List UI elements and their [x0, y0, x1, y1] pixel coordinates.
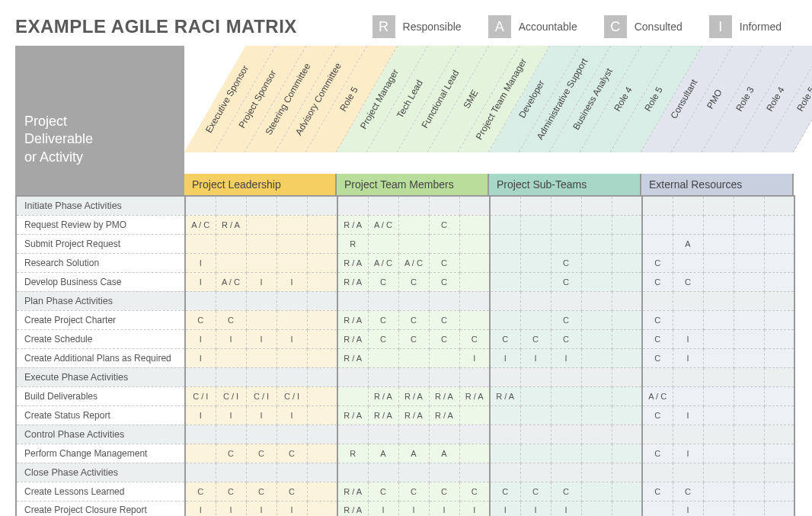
raci-cell — [490, 291, 520, 310]
raci-cell — [703, 234, 734, 253]
raci-cell: R / A — [337, 348, 368, 367]
raci-cell — [703, 367, 734, 386]
activity-row: Create Project CharterCCR / ACCCCC — [16, 310, 794, 329]
raci-cell: R / A — [368, 405, 398, 425]
role-group: DeveloperAdministrative SupportBusiness … — [519, 46, 672, 174]
raci-cell — [246, 348, 277, 367]
raci-cell — [459, 234, 490, 253]
raci-cell: I — [368, 501, 398, 516]
raci-cell — [277, 291, 307, 310]
raci-cell — [764, 386, 794, 405]
raci-cell — [581, 310, 612, 329]
row-label: Create Additional Plans as Required — [16, 348, 185, 367]
raci-cell — [216, 234, 246, 253]
raci-cell: C — [429, 272, 459, 291]
raci-cell — [764, 310, 794, 329]
raci-cell — [520, 405, 551, 425]
raci-cell — [642, 234, 673, 253]
raci-cell — [277, 348, 307, 367]
raci-cell — [734, 348, 764, 367]
group-title: Project Team Members — [337, 174, 489, 195]
raci-cell — [734, 215, 764, 234]
raci-cell: I — [216, 405, 246, 425]
raci-cell — [581, 405, 612, 425]
raci-cell — [764, 196, 794, 215]
raci-cell — [490, 272, 520, 291]
raci-cell: C — [398, 329, 429, 348]
raci-cell: C / I — [246, 386, 277, 405]
raci-cell — [612, 405, 642, 425]
raci-cell: R / A — [337, 253, 368, 272]
raci-cell — [703, 310, 734, 329]
raci-cell — [368, 291, 398, 310]
legend-letter: I — [709, 15, 732, 38]
row-label: Plan Phase Activities — [16, 291, 185, 310]
raci-cell: C — [429, 310, 459, 329]
row-header-label: ProjectDeliverableor Activity — [15, 46, 184, 174]
raci-cell — [581, 253, 612, 272]
raci-cell — [612, 196, 642, 215]
activity-row: Build DeliverablesC / IC / IC / IC / IR … — [16, 386, 794, 405]
group-title-row: Project LeadershipProject Team MembersPr… — [15, 174, 797, 195]
raci-cell: C — [185, 482, 216, 501]
raci-cell — [368, 196, 398, 215]
raci-cell — [520, 367, 551, 386]
raci-cell — [490, 215, 520, 234]
raci-cell: I — [246, 405, 277, 425]
raci-cell: C — [642, 253, 673, 272]
raci-cell — [551, 425, 581, 444]
legend: RResponsibleAAccountableCConsultedIInfor… — [372, 15, 797, 38]
raci-cell — [703, 463, 734, 482]
raci-cell — [459, 405, 490, 425]
raci-cell: I — [216, 501, 246, 516]
row-label: Execute Phase Activities — [16, 367, 185, 386]
raci-cell — [520, 253, 551, 272]
raci-cell: C — [368, 482, 398, 501]
raci-cell — [612, 444, 642, 463]
raci-cell — [246, 196, 277, 215]
raci-cell — [429, 367, 459, 386]
raci-cell: A / C — [216, 272, 246, 291]
raci-cell — [459, 444, 490, 463]
raci-cell — [459, 253, 490, 272]
activity-row: Create Lessons LearnedCCCCR / ACCCCCCCCC — [16, 482, 794, 501]
phase-row: Close Phase Activities — [16, 463, 794, 482]
row-label: Create Project Charter — [16, 310, 185, 329]
raci-cell — [307, 348, 337, 367]
raci-cell — [612, 501, 642, 516]
raci-cell — [185, 367, 216, 386]
raci-cell — [277, 215, 307, 234]
raci-cell — [398, 215, 429, 234]
raci-cell — [337, 425, 368, 444]
raci-cell — [764, 367, 794, 386]
raci-cell — [734, 405, 764, 425]
raci-cell — [734, 310, 764, 329]
grid-body: Initiate Phase ActivitiesRequest Review … — [16, 196, 794, 516]
raci-cell — [307, 386, 337, 405]
row-label: Develop Business Case — [16, 272, 185, 291]
raci-cell — [764, 405, 794, 425]
legend-label: Informed — [740, 21, 782, 33]
raci-cell — [612, 329, 642, 348]
raci-cell — [429, 463, 459, 482]
raci-cell — [734, 386, 764, 405]
raci-cell: I — [246, 329, 277, 348]
raci-cell — [734, 463, 764, 482]
raci-cell — [459, 272, 490, 291]
raci-cell — [307, 367, 337, 386]
raci-cell — [307, 329, 337, 348]
raci-cell: R / A — [337, 329, 368, 348]
raci-cell: C — [277, 482, 307, 501]
raci-cell — [337, 291, 368, 310]
raci-cell: C — [429, 329, 459, 348]
raci-cell — [185, 234, 216, 253]
raci-cell — [277, 196, 307, 215]
raci-cell — [612, 482, 642, 501]
raci-cell — [307, 253, 337, 272]
raci-cell: I — [459, 348, 490, 367]
raci-cell — [581, 367, 612, 386]
raci-cell — [764, 234, 794, 253]
raci-cell: I — [185, 501, 216, 516]
activity-row: Create ScheduleIIIIR / ACCCCCCCCI — [16, 329, 794, 348]
raci-cell — [490, 405, 520, 425]
